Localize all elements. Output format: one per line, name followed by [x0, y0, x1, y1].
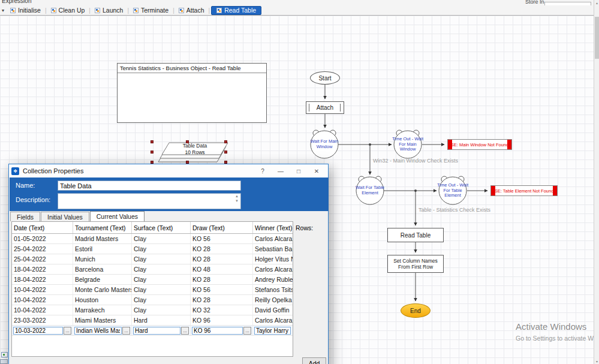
page-icon: [216, 8, 222, 13]
expression-label: Expression: [2, 0, 31, 4]
collection-stage-table-data[interactable]: Table Data 10 Rows: [165, 143, 224, 155]
cell: Clay: [132, 295, 191, 305]
cell: Clay: [132, 244, 191, 254]
tab-terminate[interactable]: Terminate: [130, 6, 171, 15]
tournament-edit-input[interactable]: [74, 327, 122, 335]
selection-handle[interactable]: [224, 140, 227, 143]
description-input[interactable]: [58, 193, 241, 209]
table-row[interactable]: 10-04-2022MarrakechClayKO 32David Goffin: [12, 305, 293, 315]
tab-clean-up[interactable]: Clean Up: [48, 6, 88, 15]
table-row[interactable]: 01-05-2022Madrid MastersClayKO 56Carlos …: [12, 234, 293, 244]
attach-stage[interactable]: Attach: [306, 101, 344, 114]
cell: Miami Masters: [73, 315, 132, 325]
date-edit-input[interactable]: [13, 327, 63, 335]
column-header-tournament: Tournament (Text): [73, 222, 132, 233]
cell-edit: [253, 326, 293, 335]
cell: Estoril: [73, 244, 132, 254]
scroll-up-icon[interactable]: ▲: [235, 194, 239, 198]
scrollbar-thumb[interactable]: [595, 17, 599, 59]
cell: Stefanos Tsitsipas: [253, 285, 293, 294]
add-row-button[interactable]: Add: [302, 357, 326, 364]
link-label-table-check: Table - Statistics Check Exists: [419, 207, 490, 213]
table-row-editing[interactable]: ... ... ... ...: [12, 326, 293, 336]
selection-handle[interactable]: [186, 140, 189, 143]
tab-label: Attach: [186, 7, 204, 14]
ellipsis-button[interactable]: ...: [122, 327, 130, 335]
tab-current-values[interactable]: Current Values: [90, 211, 145, 221]
tab-separator: |: [45, 7, 47, 14]
exception-table-element-stage[interactable]: SE: Table Element Not Found: [490, 185, 558, 196]
cell: Clay: [132, 275, 191, 284]
cell: KO 56: [191, 285, 253, 294]
note-stage[interactable]: Tennis Statistics - Business Object - Re…: [117, 63, 267, 123]
timeout-main-window-stage[interactable]: Time Out - Wait For Main Window: [391, 133, 425, 157]
timeout-table-element-stage[interactable]: Time Out - Wait For Table Element: [436, 179, 469, 203]
tab-initialise[interactable]: Initialise: [7, 6, 44, 15]
winner-edit-input[interactable]: [254, 327, 291, 335]
minimize-button[interactable]: —: [272, 168, 290, 175]
cell-edit: ...: [132, 326, 191, 335]
cell: Houston: [73, 295, 132, 305]
selection-handle[interactable]: [224, 151, 227, 154]
scroll-down-icon[interactable]: ▼: [235, 199, 239, 203]
bottom-left-icon: [1, 352, 8, 357]
table-row[interactable]: 18-04-2022BarcelonaClayKO 48Carlos Alcar…: [12, 264, 293, 275]
cell: KO 32: [191, 305, 253, 315]
page-icon: [95, 8, 100, 13]
cell: Holger Vitus Nodskov: [253, 254, 293, 264]
close-button[interactable]: ✕: [308, 168, 326, 175]
scroll-up-icon[interactable]: ▴: [594, 1, 599, 5]
ellipsis-button[interactable]: ...: [181, 327, 189, 335]
cell: KO 56: [191, 234, 253, 243]
read-table-stage[interactable]: Read Table: [387, 228, 444, 242]
dialog-titlebar[interactable]: Collection Properties ? — □ ✕: [9, 164, 328, 178]
tab-read-table[interactable]: Read Table: [211, 6, 261, 15]
stage-label: Attach: [317, 104, 333, 111]
selection-handle[interactable]: [150, 151, 153, 154]
wait-main-window-stage[interactable]: Wait For Main Window: [308, 133, 341, 157]
page-dropdown-icon[interactable]: ▾: [2, 8, 4, 13]
ellipsis-button[interactable]: ...: [64, 327, 71, 335]
draw-edit-input[interactable]: [192, 327, 243, 335]
table-row[interactable]: 25-04-2022EstorilClayKO 28Sebastian Baez: [12, 244, 293, 254]
tab-initial-values[interactable]: Initial Values: [41, 212, 89, 221]
tab-fields[interactable]: Fields: [10, 212, 40, 221]
tab-attach[interactable]: Attach: [176, 6, 207, 15]
table-row[interactable]: 23-03-2022Miami MastersHardKO 96Carlos A…: [12, 315, 293, 326]
scroll-down-icon[interactable]: ▾: [594, 359, 599, 363]
activate-windows-hint: Go to Settings to activate Wind: [516, 335, 599, 342]
maximize-button[interactable]: □: [290, 168, 308, 175]
exception-main-window-stage[interactable]: SE: Main Window Not Found: [447, 139, 512, 150]
cell-edit: ...: [12, 326, 73, 335]
vertical-scrollbar[interactable]: ▴ ▾: [594, 0, 599, 364]
help-button[interactable]: ?: [254, 168, 272, 175]
set-column-names-stage[interactable]: Set Column Names From First Row: [387, 255, 444, 273]
description-scrollbar[interactable]: ▲▼: [234, 194, 240, 203]
wait-table-element-stage[interactable]: Wait For Table Element: [353, 179, 387, 203]
tab-launch[interactable]: Launch: [92, 6, 126, 15]
table-row[interactable]: 10-04-2022Monte Carlo MastersClayKO 56St…: [12, 285, 293, 295]
start-stage[interactable]: Start: [310, 71, 340, 85]
ellipsis-button[interactable]: ...: [243, 327, 251, 335]
table-row[interactable]: 25-04-2022MunichClayKO 28Holger Vitus No…: [12, 254, 293, 264]
cell: Monte Carlo Masters: [73, 285, 132, 294]
grid-header-row: Date (Text) Tournament (Text) Surface (T…: [12, 222, 293, 234]
table-row[interactable]: 18-04-2022BelgradeClayKO 28Andrey Rublev: [12, 275, 293, 285]
name-input[interactable]: [58, 181, 241, 191]
cell-edit: ...: [191, 326, 253, 335]
surface-edit-input[interactable]: [133, 327, 180, 335]
tab-separator: |: [89, 7, 91, 14]
cell: Carlos Alcaraz Garfia: [253, 234, 293, 243]
cell: 25-04-2022: [12, 244, 73, 254]
selection-handle[interactable]: [150, 140, 153, 143]
cell: 10-04-2022: [12, 285, 73, 294]
cell: Andrey Rublev: [253, 275, 293, 284]
rows-label: Rows:: [296, 224, 313, 231]
page-icon: [133, 8, 139, 13]
cell: KO 48: [191, 264, 253, 274]
table-row[interactable]: 10-04-2022HoustonClayKO 28Reilly Opelka: [12, 295, 293, 305]
end-stage[interactable]: End: [401, 303, 431, 318]
link-label-main-check: Win32 - Main Window Check Exists: [373, 158, 458, 164]
cell: KO 96: [191, 315, 253, 325]
exception-end-bar: [491, 186, 495, 195]
